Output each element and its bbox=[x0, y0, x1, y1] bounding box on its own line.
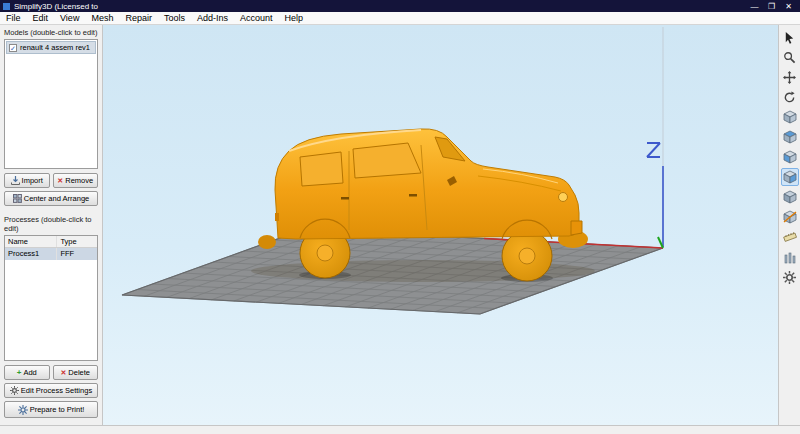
maximize-button[interactable]: ❐ bbox=[763, 0, 780, 12]
cross-section-icon-button[interactable] bbox=[781, 208, 799, 226]
iso-view-icon-button[interactable] bbox=[781, 188, 799, 206]
close-button[interactable]: ✕ bbox=[780, 0, 797, 12]
process-name-cell: Process1 bbox=[5, 248, 57, 260]
menu-tools[interactable]: Tools bbox=[158, 12, 191, 25]
add-process-button[interactable]: + Add bbox=[4, 365, 50, 380]
door-window bbox=[353, 143, 421, 178]
front-view-icon-button[interactable] bbox=[781, 148, 799, 166]
menu-bar: File Edit View Mesh Repair Tools Add-Ins… bbox=[0, 12, 800, 25]
model-list-item[interactable]: ✓ renault 4 assem rev1 bbox=[6, 41, 96, 54]
title-bar: Simplify3D (Licensed to — ❐ ✕ bbox=[0, 0, 800, 12]
default-view-icon-button[interactable] bbox=[781, 108, 799, 126]
menu-repair[interactable]: Repair bbox=[119, 12, 158, 25]
select-cursor-icon-button[interactable] bbox=[781, 28, 799, 46]
zoom-icon bbox=[783, 51, 796, 64]
process-type-cell: FFF bbox=[57, 248, 97, 260]
menu-edit[interactable]: Edit bbox=[27, 12, 55, 25]
menu-addins[interactable]: Add-Ins bbox=[191, 12, 234, 25]
supports-icon-button[interactable] bbox=[781, 248, 799, 266]
right-toolbar bbox=[778, 25, 800, 425]
pan-icon bbox=[783, 71, 796, 84]
far-rear-fender bbox=[258, 235, 276, 249]
rear-light bbox=[275, 213, 279, 221]
delete-icon: ✕ bbox=[60, 369, 66, 377]
print-gear-icon bbox=[18, 405, 28, 415]
door-handle-rear bbox=[341, 197, 349, 200]
add-icon: + bbox=[17, 368, 22, 377]
menu-view[interactable]: View bbox=[54, 12, 85, 25]
machine-control-icon-button[interactable] bbox=[781, 268, 799, 286]
edit-process-settings-button[interactable]: Edit Process Settings bbox=[4, 383, 98, 398]
zoom-icon-button[interactable] bbox=[781, 48, 799, 66]
process-row[interactable]: Process1 FFF bbox=[5, 248, 97, 260]
column-header-name: Name bbox=[5, 236, 57, 247]
status-bar bbox=[0, 425, 800, 434]
door-handle-front bbox=[409, 194, 417, 197]
window-title: Simplify3D (Licensed to bbox=[14, 2, 746, 11]
model-checkbox[interactable]: ✓ bbox=[9, 44, 17, 52]
iso-view-cube-icon bbox=[783, 190, 797, 204]
menu-help[interactable]: Help bbox=[279, 12, 310, 25]
left-sidebar: Models (double-click to edit) ✓ renault … bbox=[0, 25, 103, 425]
menu-account[interactable]: Account bbox=[234, 12, 279, 25]
processes-table-header: Name Type bbox=[5, 236, 97, 248]
app-logo-icon bbox=[3, 3, 10, 10]
headlight bbox=[559, 193, 568, 202]
axis-z-label-glyph bbox=[647, 143, 660, 157]
viewport-3d[interactable] bbox=[103, 25, 778, 425]
remove-button[interactable]: ✕ Remove bbox=[53, 173, 99, 188]
front-view-cube-icon bbox=[783, 150, 797, 164]
top-view-icon-button[interactable] bbox=[781, 128, 799, 146]
remove-icon: ✕ bbox=[57, 177, 63, 185]
machine-control-gear-icon bbox=[783, 271, 796, 284]
delete-process-button[interactable]: ✕ Delete bbox=[53, 365, 99, 380]
models-panel-label: Models (double-click to edit) bbox=[4, 28, 98, 37]
top-view-cube-icon bbox=[783, 130, 797, 144]
supports-icon bbox=[783, 250, 797, 264]
processes-panel-label: Processes (double-click to edit) bbox=[4, 215, 98, 233]
center-arrange-icon bbox=[13, 194, 22, 203]
cross-section-icon bbox=[783, 210, 797, 224]
settings-gear-icon bbox=[10, 386, 19, 395]
default-view-cube-icon bbox=[783, 110, 797, 124]
front-bumper bbox=[571, 221, 582, 235]
import-button[interactable]: Import bbox=[4, 173, 50, 188]
processes-table[interactable]: Name Type Process1 FFF bbox=[4, 235, 98, 361]
select-cursor-icon bbox=[783, 31, 796, 44]
prepare-to-print-button[interactable]: Prepare to Print! bbox=[4, 401, 98, 418]
ruler-icon bbox=[783, 230, 797, 244]
menu-mesh[interactable]: Mesh bbox=[85, 12, 119, 25]
side-view-icon-button[interactable] bbox=[781, 168, 799, 186]
menu-file[interactable]: File bbox=[0, 12, 27, 25]
center-arrange-button[interactable]: Center and Arrange bbox=[4, 191, 98, 206]
pan-icon-button[interactable] bbox=[781, 68, 799, 86]
model-name: renault 4 assem rev1 bbox=[20, 43, 90, 52]
column-header-type: Type bbox=[57, 236, 97, 247]
models-list[interactable]: ✓ renault 4 assem rev1 bbox=[4, 39, 98, 169]
rear-window bbox=[300, 152, 343, 186]
import-icon bbox=[11, 176, 20, 185]
rotate-view-icon-button[interactable] bbox=[781, 88, 799, 106]
build-scene bbox=[103, 25, 778, 425]
ruler-icon-button[interactable] bbox=[781, 228, 799, 246]
side-view-cube-icon bbox=[783, 170, 797, 184]
minimize-button[interactable]: — bbox=[746, 0, 763, 12]
rotate-view-icon bbox=[783, 91, 796, 104]
